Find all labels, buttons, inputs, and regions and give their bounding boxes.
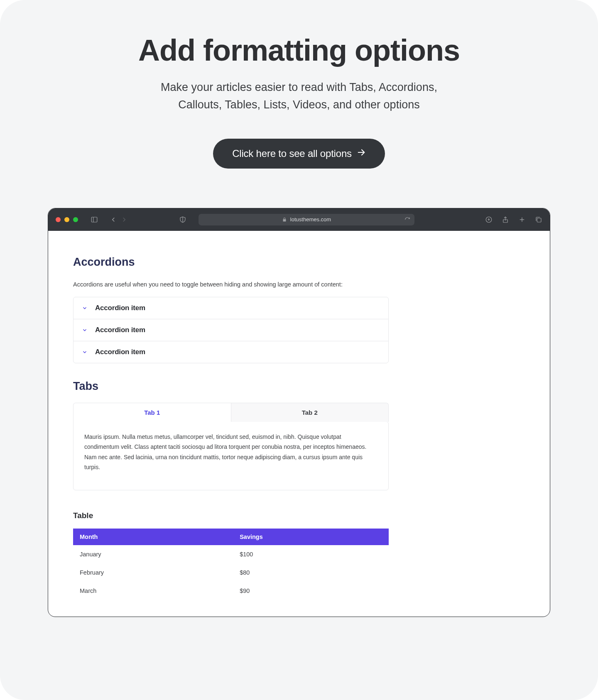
- cta-button[interactable]: Click here to see all options: [213, 139, 385, 169]
- accordion-item[interactable]: Accordion item: [74, 341, 388, 363]
- table-title: Table: [73, 511, 525, 520]
- table-cell: February: [73, 563, 233, 582]
- tab-bar: Tab 1 Tab 2: [73, 403, 389, 422]
- cta-label: Click here to see all options: [232, 148, 352, 159]
- hero-subtitle-line2: Callouts, Tables, Lists, Videos, and oth…: [178, 98, 419, 111]
- sidebar-toggle-icon[interactable]: [91, 216, 98, 223]
- tabs-overview-icon[interactable]: [535, 216, 542, 223]
- share-icon[interactable]: [502, 216, 509, 223]
- reload-icon[interactable]: [404, 217, 410, 223]
- tab-panel: Mauris ipsum. Nulla metus metus, ullamco…: [73, 421, 389, 490]
- table-cell: $100: [233, 545, 389, 563]
- table-cell: $90: [233, 582, 389, 600]
- accordion-label: Accordion item: [95, 348, 145, 356]
- maximize-window-icon[interactable]: [73, 217, 78, 222]
- window-controls: [56, 217, 78, 222]
- new-tab-icon[interactable]: [518, 216, 526, 223]
- accordions-section: Accordions Accordions are useful when yo…: [73, 256, 525, 363]
- table-cell: March: [73, 582, 233, 600]
- svg-rect-1: [91, 217, 97, 222]
- hero-title: Add formatting options: [0, 33, 598, 67]
- table-section: Table Month Savings January $100: [73, 511, 525, 600]
- close-window-icon[interactable]: [56, 217, 61, 222]
- browser-mock: lotusthemes.com: [48, 208, 550, 617]
- table-row: January $100: [73, 545, 389, 563]
- address-bar[interactable]: lotusthemes.com: [199, 214, 414, 225]
- nav-back-icon[interactable]: [110, 216, 117, 223]
- accordion-label: Accordion item: [95, 326, 145, 334]
- accordions-description: Accordions are useful when you need to t…: [73, 281, 525, 288]
- chevron-down-icon: [82, 327, 88, 333]
- table-header: Savings: [233, 529, 389, 545]
- table-header: Month: [73, 529, 233, 545]
- hero-subtitle: Make your articles easier to read with T…: [0, 79, 598, 114]
- chevron-down-icon: [82, 349, 88, 355]
- page-content: Accordions Accordions are useful when yo…: [48, 231, 550, 617]
- accordion-item[interactable]: Accordion item: [74, 297, 388, 319]
- tab-label: Tab 1: [144, 409, 160, 416]
- chevron-down-icon: [82, 305, 88, 311]
- accordion-label: Accordion item: [95, 304, 145, 312]
- table-cell: $80: [233, 563, 389, 582]
- accordion-list: Accordion item Accordion item Accordion …: [73, 297, 389, 363]
- feature-card: Add formatting options Make your article…: [0, 0, 598, 700]
- tabs-section: Tabs Tab 1 Tab 2 Mauris ipsum. Nulla met…: [73, 380, 525, 490]
- downloads-icon[interactable]: [485, 216, 493, 223]
- hero-subtitle-line1: Make your articles easier to read with T…: [161, 81, 437, 93]
- arrow-right-icon: [357, 148, 366, 159]
- privacy-shield-icon[interactable]: [179, 216, 186, 223]
- tabs-title: Tabs: [73, 380, 525, 393]
- data-table: Month Savings January $100 February: [73, 529, 389, 600]
- url-host: lotusthemes.com: [290, 216, 331, 223]
- browser-chrome: lotusthemes.com: [48, 208, 550, 231]
- table-row: March $90: [73, 582, 389, 600]
- hero-section: Add formatting options Make your article…: [0, 0, 598, 169]
- nav-forward-icon[interactable]: [120, 216, 128, 223]
- tab-2[interactable]: Tab 2: [231, 403, 389, 422]
- table-row: February $80: [73, 563, 389, 582]
- lock-icon: [282, 217, 287, 222]
- accordion-item[interactable]: Accordion item: [74, 319, 388, 341]
- table-cell: January: [73, 545, 233, 563]
- minimize-window-icon[interactable]: [64, 217, 69, 222]
- tab-label: Tab 2: [302, 409, 318, 416]
- tab-1[interactable]: Tab 1: [73, 403, 231, 422]
- svg-rect-8: [537, 218, 541, 222]
- accordions-title: Accordions: [73, 256, 525, 269]
